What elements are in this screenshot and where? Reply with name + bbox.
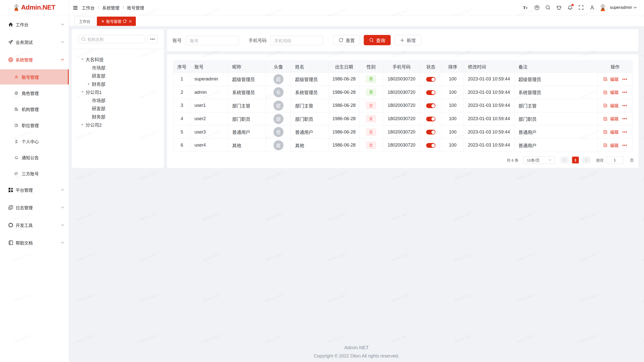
svg-text:T: T bbox=[526, 7, 528, 10]
svg-text:T: T bbox=[523, 6, 526, 10]
svg-text:中: 中 bbox=[536, 6, 538, 9]
